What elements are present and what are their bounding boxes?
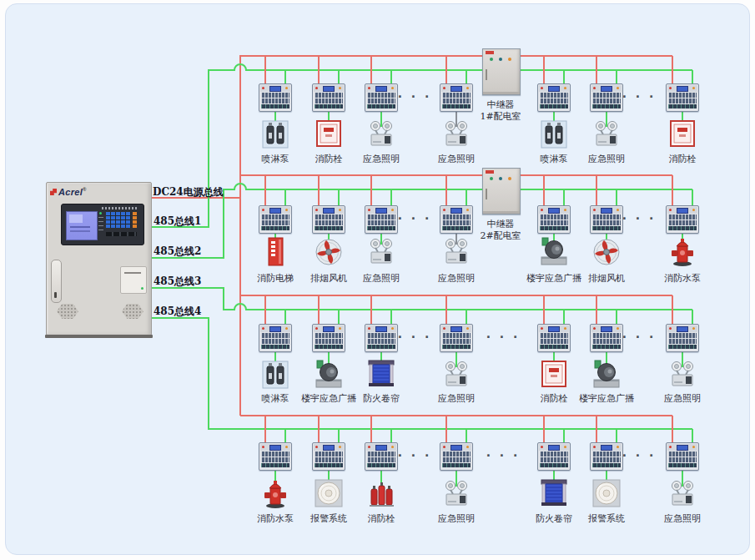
device-label: 应急照明 bbox=[438, 272, 475, 285]
brand-text: Acrel bbox=[58, 187, 83, 197]
repeater-led bbox=[499, 177, 502, 180]
alarm-icon bbox=[312, 478, 345, 510]
hydrant-cabinet-icon bbox=[537, 359, 571, 391]
registered-mark: ® bbox=[83, 187, 87, 192]
device-label: 消防水泵 bbox=[257, 512, 294, 525]
device-label: 应急照明 bbox=[664, 512, 701, 525]
ellipsis-dots: · · · bbox=[486, 449, 521, 462]
device-module bbox=[312, 442, 345, 471]
device-module bbox=[259, 442, 292, 471]
device-label: 报警系统 bbox=[588, 512, 625, 525]
ellipsis-dots: · · · bbox=[622, 449, 657, 462]
lcd-screen bbox=[66, 211, 98, 240]
device-label: 应急照明 bbox=[438, 512, 475, 525]
keypad bbox=[106, 212, 131, 228]
device-label: 消防栓 bbox=[541, 392, 568, 405]
device-module bbox=[365, 205, 398, 234]
ellipsis-dots: · · · bbox=[486, 330, 521, 344]
ellipsis-dots: · · · bbox=[398, 449, 432, 462]
bus-label-485-3: 485总线3 bbox=[154, 275, 201, 289]
ellipsis-dots: · · · bbox=[622, 330, 657, 344]
fire-elevator-icon bbox=[259, 236, 292, 268]
repeater-led bbox=[490, 58, 493, 61]
emergency-light-icon bbox=[440, 478, 473, 510]
emergency-light-icon bbox=[440, 359, 473, 391]
sprinkler-pump-icon bbox=[259, 119, 292, 150]
hydrant-cabinet-icon bbox=[666, 119, 699, 150]
device-label: 防火卷帘 bbox=[363, 392, 400, 405]
ellipsis-dots: · · · bbox=[398, 90, 432, 103]
device-module bbox=[666, 205, 699, 234]
device-module bbox=[440, 324, 473, 352]
device-label: 消防电梯 bbox=[257, 272, 294, 285]
acrel-logo-icon bbox=[50, 189, 57, 195]
broadcast-icon bbox=[537, 236, 571, 268]
device-module bbox=[666, 324, 699, 352]
device-module bbox=[312, 205, 345, 234]
bus-label-485-2: 485总线2 bbox=[154, 245, 201, 259]
device-label: 消防栓 bbox=[669, 153, 697, 165]
emergency-light-icon bbox=[666, 359, 699, 391]
door-handle bbox=[51, 260, 62, 303]
cabinet-base bbox=[45, 335, 153, 338]
device-module bbox=[537, 83, 571, 112]
device-label: 排烟风机 bbox=[310, 272, 347, 285]
panel-title-strip bbox=[102, 207, 137, 209]
ellipsis-dots: · · · bbox=[398, 330, 432, 344]
indicator-leds bbox=[98, 212, 104, 234]
device-module bbox=[666, 83, 699, 112]
device-module bbox=[537, 442, 571, 471]
device-label: 消防栓 bbox=[315, 153, 343, 165]
device-module bbox=[537, 324, 571, 352]
emergency-light-icon bbox=[666, 478, 699, 510]
repeater-label: 2#配电室 bbox=[480, 230, 521, 242]
device-label: 消防水泵 bbox=[664, 272, 701, 285]
bus-label-dc24: DC24电源总线 bbox=[153, 185, 224, 199]
repeater-led bbox=[508, 58, 511, 61]
soft-keys bbox=[106, 232, 137, 236]
device-module bbox=[312, 324, 345, 352]
shutter-icon bbox=[365, 359, 398, 391]
device-module bbox=[365, 83, 398, 112]
broadcast-icon bbox=[590, 359, 623, 391]
device-label: 应急照明 bbox=[438, 392, 475, 405]
device-module bbox=[537, 205, 571, 234]
emergency-light-icon bbox=[440, 119, 473, 150]
device-module bbox=[259, 324, 292, 352]
device-label: 楼宇应急广播 bbox=[579, 392, 634, 405]
emergency-light-icon bbox=[365, 236, 398, 268]
device-label: 应急照明 bbox=[438, 153, 475, 165]
ellipsis-dots: · · · bbox=[622, 212, 657, 225]
repeater-led bbox=[490, 177, 493, 180]
bus-label-485-1: 485总线1 bbox=[154, 214, 201, 229]
device-label: 楼宇应急广播 bbox=[301, 392, 356, 405]
device-label: 消防栓 bbox=[368, 512, 395, 525]
device-module bbox=[365, 442, 398, 471]
repeater-led bbox=[499, 58, 502, 61]
device-module bbox=[590, 205, 623, 234]
repeater-label-chip bbox=[486, 51, 494, 54]
alarm-icon bbox=[590, 478, 623, 510]
speaker-grille bbox=[57, 304, 78, 319]
ellipsis-dots: · · · bbox=[398, 212, 432, 225]
broadcast-icon bbox=[312, 359, 345, 391]
device-label: 防火卷帘 bbox=[536, 512, 572, 525]
fire-pump-icon bbox=[259, 478, 292, 510]
repeater-cabinet bbox=[482, 48, 521, 95]
control-panel bbox=[61, 204, 144, 245]
device-label: 应急照明 bbox=[588, 153, 625, 165]
device-module bbox=[590, 442, 623, 471]
smoke-fan-icon bbox=[590, 236, 623, 268]
device-module bbox=[259, 83, 292, 112]
extinguishers-icon bbox=[365, 478, 398, 510]
device-module bbox=[666, 442, 699, 471]
device-module bbox=[590, 83, 623, 112]
function-keys bbox=[133, 212, 137, 228]
device-label: 应急照明 bbox=[664, 392, 701, 405]
fire-pump-icon bbox=[666, 236, 699, 268]
rs485-bus3-line bbox=[150, 288, 692, 310]
repeater-handle bbox=[486, 189, 487, 199]
device-label: 喷淋泵 bbox=[262, 392, 289, 405]
emergency-light-icon bbox=[590, 119, 623, 150]
device-label: 排烟风机 bbox=[588, 272, 625, 285]
